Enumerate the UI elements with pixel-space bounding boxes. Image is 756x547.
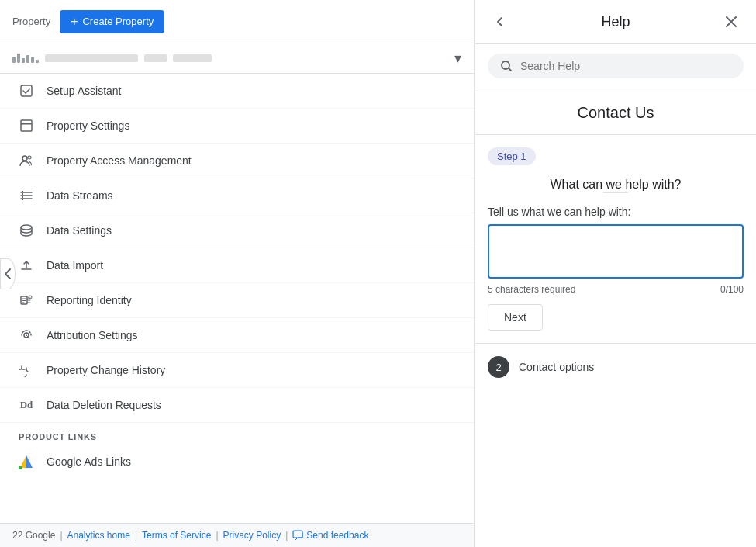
char-count: 0/100 — [720, 284, 744, 295]
chevron-down-icon: ▾ — [454, 50, 461, 67]
nav-item-data-deletion[interactable]: Dd Data Deletion Requests — [0, 388, 474, 423]
property-settings-icon — [19, 118, 34, 133]
attribution-icon — [19, 327, 34, 343]
nav-label-property-access: Property Access Management — [47, 154, 192, 167]
app-container: Property + Create Property ▾ — [0, 0, 756, 547]
help-title: Help — [601, 14, 630, 30]
nav-label-reporting-identity: Reporting Identity — [47, 294, 132, 306]
step1-divider — [603, 192, 628, 193]
svg-point-5 — [21, 225, 32, 230]
svg-marker-11 — [26, 455, 33, 468]
help-back-button[interactable] — [488, 9, 513, 34]
step1-header: Step 1 — [475, 135, 756, 178]
nav-item-property-change-history[interactable]: Property Change History — [0, 353, 474, 388]
privacy-policy-link[interactable]: Privacy Policy — [223, 530, 281, 541]
left-panel: Property + Create Property ▾ — [0, 0, 475, 547]
nav-item-data-streams[interactable]: Data Streams — [0, 178, 474, 213]
separator-3: | — [216, 530, 218, 541]
nav-label-setup-assistant: Setup Assistant — [47, 85, 122, 97]
svg-rect-0 — [21, 85, 32, 96]
nav-item-attribution-settings[interactable]: Attribution Settings — [0, 318, 474, 353]
help-description-textarea[interactable] — [488, 224, 744, 279]
step1-body: Tell us what we can help with: 5 charact… — [475, 206, 756, 343]
nav-item-data-settings[interactable]: Data Settings — [0, 213, 474, 248]
search-icon — [500, 60, 513, 72]
step1-title: What can we help with? — [475, 178, 756, 192]
contact-us-header: Contact Us — [475, 88, 756, 135]
property-dropdown[interactable]: ▾ — [0, 43, 474, 74]
back-arrow-icon — [493, 15, 507, 29]
help-header: Help — [475, 0, 756, 44]
analytics-icon — [12, 54, 39, 63]
separator-2: | — [135, 530, 137, 541]
separator-1: | — [60, 530, 62, 541]
dropdown-text — [45, 53, 448, 64]
feedback-icon — [292, 530, 303, 541]
textarea-container — [488, 224, 744, 281]
step1-label: Tell us what we can help with: — [488, 206, 744, 218]
product-links-header: PRODUCT LINKS — [0, 423, 474, 445]
nav-item-setup-assistant[interactable]: Setup Assistant — [0, 74, 474, 109]
data-streams-icon — [19, 188, 34, 203]
step2-section: 2 Contact options — [475, 344, 756, 390]
left-nav-arrow[interactable] — [0, 258, 16, 289]
create-property-label: Create Property — [82, 16, 154, 27]
send-feedback-label: Send feedback — [306, 530, 368, 541]
svg-point-3 — [22, 156, 27, 161]
property-label: Property — [12, 16, 50, 27]
data-settings-icon — [19, 223, 34, 238]
data-deletion-icon: Dd — [19, 397, 34, 413]
nav-label-google-ads: Google Ads Links — [47, 455, 131, 468]
step2-badge: 2 — [488, 356, 509, 378]
upload-icon — [19, 258, 34, 273]
svg-point-4 — [28, 156, 31, 159]
nav-item-property-access[interactable]: Property Access Management — [0, 144, 474, 178]
nav-list: Setup Assistant Property Settings — [0, 74, 474, 523]
nav-label-property-change-history: Property Change History — [47, 364, 165, 376]
nav-label-data-import: Data Import — [47, 259, 103, 272]
analytics-home-link[interactable]: Analytics home — [67, 530, 130, 541]
dropdown-selector[interactable]: ▾ — [12, 50, 461, 67]
terms-of-service-link[interactable]: Terms of Service — [142, 530, 211, 541]
char-info: 5 characters required 0/100 — [488, 284, 744, 295]
svg-rect-2 — [21, 123, 32, 125]
separator-4: | — [285, 530, 288, 541]
nav-item-reporting-identity[interactable]: Reporting Identity — [0, 283, 474, 318]
help-panel: Help Contact Us — [475, 0, 756, 547]
search-bar — [488, 54, 744, 78]
step1-badge: Step 1 — [488, 147, 536, 165]
people-icon — [19, 153, 34, 168]
search-input[interactable] — [520, 60, 731, 72]
steps-container: Step 1 What can we help with? Tell us wh… — [475, 135, 756, 547]
history-icon — [19, 362, 34, 378]
nav-item-google-ads[interactable]: Google Ads Links — [0, 445, 474, 479]
plus-icon: + — [71, 15, 78, 29]
svg-marker-10 — [20, 455, 26, 468]
copyright-text: 22 Google — [12, 530, 55, 541]
reporting-identity-icon — [19, 293, 34, 308]
top-bar: Property + Create Property — [0, 0, 474, 43]
create-property-button[interactable]: + Create Property — [60, 10, 164, 33]
step2-title: Contact options — [519, 361, 594, 373]
next-button[interactable]: Next — [488, 304, 543, 331]
footer: 22 Google | Analytics home | Terms of Se… — [0, 523, 474, 547]
nav-item-data-import[interactable]: Data Import — [0, 248, 474, 283]
svg-rect-13 — [293, 531, 302, 538]
nav-label-data-streams: Data Streams — [47, 189, 113, 202]
nav-item-property-settings[interactable]: Property Settings — [0, 109, 474, 144]
search-container — [475, 44, 756, 88]
char-min-text: 5 characters required — [488, 284, 575, 295]
nav-label-data-settings: Data Settings — [47, 224, 112, 237]
send-feedback-link[interactable]: Send feedback — [292, 530, 368, 541]
contact-us-title: Contact Us — [488, 104, 744, 122]
google-ads-icon — [19, 454, 34, 469]
nav-label-attribution-settings: Attribution Settings — [47, 329, 138, 341]
step1-section: Step 1 What can we help with? Tell us wh… — [475, 135, 756, 344]
svg-rect-1 — [21, 120, 32, 131]
nav-label-property-settings: Property Settings — [47, 119, 129, 132]
close-icon — [725, 16, 737, 28]
setup-assistant-icon — [19, 83, 34, 99]
nav-label-data-deletion: Data Deletion Requests — [47, 399, 161, 411]
help-close-button[interactable] — [719, 9, 744, 34]
